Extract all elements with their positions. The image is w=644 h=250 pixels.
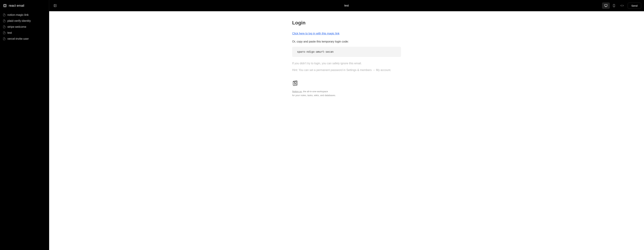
react-email-logo-icon: [3, 4, 7, 8]
footer-notion-link[interactable]: Notion.so: [292, 90, 302, 93]
email-or-text: Or, copy and paste this temporary login …: [292, 40, 401, 43]
file-icon: [3, 38, 6, 40]
magic-link[interactable]: Click here to log in with this magic lin…: [292, 32, 340, 35]
view-toggle-group: [602, 3, 626, 9]
footer-line-1: Notion.so, the all-in-one-workspace: [292, 90, 401, 93]
sidebar-item-test[interactable]: test: [2, 30, 48, 36]
file-icon: [3, 14, 6, 16]
view-mobile-button[interactable]: [610, 3, 618, 9]
email-ignore-text: If you didn't try to login, you can safe…: [292, 62, 401, 65]
preview-area: Login Click here to log in with this mag…: [49, 11, 644, 250]
smartphone-icon: [612, 4, 616, 7]
main: test: [49, 0, 644, 250]
page-title: test: [344, 4, 349, 7]
sidebar-item-label: vercel-invite-user: [7, 37, 29, 40]
topbar-left: [52, 3, 58, 9]
file-icon: [3, 26, 6, 28]
monitor-icon: [604, 4, 608, 7]
send-button[interactable]: Send: [628, 3, 641, 9]
footer-line-2: for your notes, tasks, wikis, and databa…: [292, 93, 401, 97]
email-heading: Login: [292, 20, 401, 26]
topbar: test: [49, 0, 644, 11]
login-code-box: sparo-ndigo-amurt-secan: [292, 47, 401, 57]
sidebar-item-plaid-verify-identity[interactable]: plaid-verify-identity: [2, 18, 48, 24]
sidebar-item-label: stripe-welcome: [7, 25, 26, 29]
sidebar: react email notion-magic-link plaid-veri…: [0, 0, 49, 250]
sidebar-item-vercel-invite-user[interactable]: vercel-invite-user: [2, 36, 48, 42]
view-code-button[interactable]: [618, 3, 626, 9]
file-icon: [3, 20, 6, 22]
topbar-right: Send: [602, 3, 641, 9]
sidebar-item-notion-magic-link[interactable]: notion-magic-link: [2, 12, 48, 18]
code-icon: [620, 4, 624, 7]
svg-rect-4: [604, 5, 607, 6]
footer-suffix: , the all-in-one-workspace: [302, 90, 328, 93]
email-hint-text: Hint: You can set a permanent password i…: [292, 69, 401, 72]
sidebar-item-label: plaid-verify-identity: [7, 19, 31, 23]
sidebar-brand-label: react email: [9, 4, 24, 8]
view-desktop-button[interactable]: [602, 3, 610, 9]
notion-logo-icon: [292, 80, 298, 86]
sidebar-header: react email: [0, 0, 49, 12]
sidebar-nav: notion-magic-link plaid-verify-identity …: [0, 12, 49, 42]
panel-left-collapse-icon: [54, 4, 57, 7]
sidebar-item-label: notion-magic-link: [7, 13, 28, 17]
file-icon: [3, 32, 6, 34]
sidebar-item-label: test: [7, 31, 12, 35]
collapse-sidebar-button[interactable]: [52, 3, 58, 9]
sidebar-item-stripe-welcome[interactable]: stripe-welcome: [2, 24, 48, 30]
email-content: Login Click here to log in with this mag…: [292, 20, 401, 97]
